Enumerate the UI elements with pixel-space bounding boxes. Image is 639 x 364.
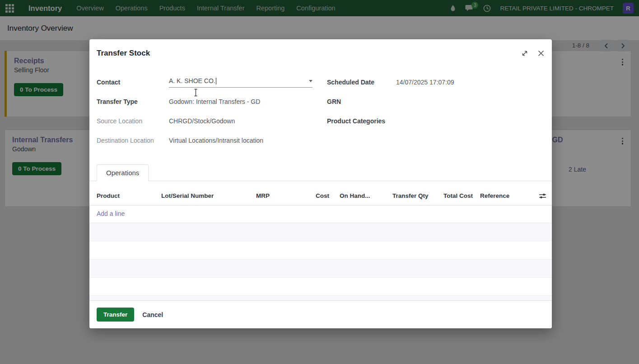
form-right-column: Scheduled Date 14/07/2025 17:07:09 GRN P… xyxy=(327,77,545,135)
contact-value: A. K. SHOE CO. xyxy=(169,77,215,84)
source-location-label: Source Location xyxy=(97,116,169,125)
empty-row xyxy=(89,296,552,300)
dialog-title: Transfer Stock xyxy=(97,49,512,58)
dialog-footer: Transfer Cancel xyxy=(89,300,552,328)
contact-input[interactable]: A. K. SHOE CO. xyxy=(169,77,313,88)
text-cursor-pointer xyxy=(193,89,198,98)
col-reference: Reference xyxy=(480,192,509,199)
col-cost: Cost xyxy=(316,192,329,199)
scheduled-date-value[interactable]: 14/07/2025 17:07:09 xyxy=(396,77,454,86)
contact-label: Contact xyxy=(97,77,169,86)
transfer-button[interactable]: Transfer xyxy=(97,308,134,322)
transfer-type-label: Transfer Type xyxy=(97,97,169,105)
empty-row xyxy=(89,223,552,241)
notebook-tabs: Operations xyxy=(89,164,552,181)
text-caret xyxy=(216,78,216,84)
empty-row xyxy=(89,278,552,296)
close-icon[interactable] xyxy=(537,50,545,57)
dialog-header: Transfer Stock xyxy=(89,39,552,65)
col-transfer-qty: Transfer Qty xyxy=(392,192,429,199)
col-on-hand: On Hand... xyxy=(340,192,370,199)
transfer-stock-dialog: Transfer Stock Contact A. K. SHOE CO. Tr… xyxy=(89,39,552,328)
caret-down-icon[interactable] xyxy=(309,80,313,82)
destination-location-label: Destination Location xyxy=(97,135,169,144)
col-total-cost: Total Cost xyxy=(443,192,473,199)
grn-label: GRN xyxy=(327,97,396,105)
operations-table-header: Product Lot/Serial Number MRP Cost On Ha… xyxy=(89,187,552,205)
empty-row xyxy=(89,260,552,278)
form-left-column: Contact A. K. SHOE CO. Transfer Type God… xyxy=(97,77,322,155)
tab-operations[interactable]: Operations xyxy=(97,164,149,181)
empty-row xyxy=(89,242,552,260)
col-mrp: MRP xyxy=(256,192,270,199)
col-product: Product xyxy=(97,192,120,199)
transfer-type-value: Godown: Internal Transfers - GD xyxy=(169,97,260,105)
columns-adjust-icon[interactable] xyxy=(539,192,546,200)
source-location-value: CHRGD/Stock/Godown xyxy=(169,116,235,125)
add-line-row: Add a line xyxy=(89,205,552,223)
product-categories-label: Product Categories xyxy=(327,116,396,125)
add-a-line-link[interactable]: Add a line xyxy=(97,210,125,217)
expand-icon[interactable] xyxy=(521,50,528,57)
col-lot-serial: Lot/Serial Number xyxy=(161,192,214,199)
scheduled-date-label: Scheduled Date xyxy=(327,77,396,86)
destination-location-value: Virtual Locations/Intransit location xyxy=(169,135,263,144)
cancel-button[interactable]: Cancel xyxy=(142,311,163,318)
